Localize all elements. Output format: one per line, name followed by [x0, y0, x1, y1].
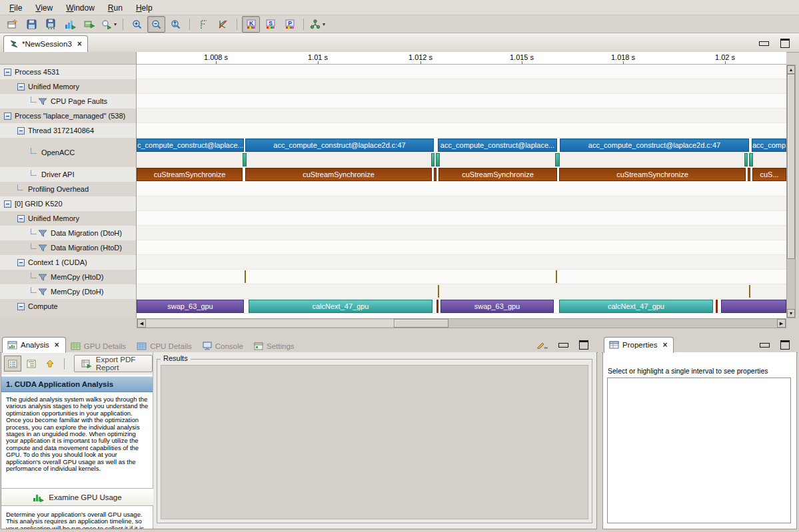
tree-row-profiling-overhead[interactable]: Profiling Overhead — [0, 182, 137, 196]
vscroll-thumb[interactable] — [787, 74, 795, 259]
tree-row-data-migration-dtoh[interactable]: Data Migration (DtoH) — [0, 226, 137, 240]
openacc-interval[interactable]: acc_compute_construct@laplace2d.c:47 — [245, 138, 434, 152]
save-session-button[interactable] — [23, 16, 41, 33]
memcpy-dtoh-interval[interactable] — [438, 285, 439, 298]
openacc-marker[interactable] — [436, 153, 440, 166]
show-details-button[interactable] — [81, 16, 99, 33]
tree-view-button[interactable]: ▾ — [309, 16, 327, 33]
tab-console[interactable]: Console — [198, 339, 249, 352]
tree-row-driver-api[interactable]: Driver API — [0, 167, 137, 182]
examine-gpu-usage-button[interactable]: Examine GPU Usage — [1, 488, 153, 506]
minimize-icon[interactable] — [760, 343, 770, 348]
openacc-marker[interactable] — [243, 153, 247, 166]
memcpy-dtoh-interval[interactable] — [749, 285, 750, 298]
save-all-button[interactable] — [42, 16, 60, 33]
scroll-down-icon[interactable]: ▼ — [787, 309, 795, 318]
zoom-in-button[interactable] — [128, 16, 146, 33]
tree-row-cpu-page-faults[interactable]: CPU Page Faults — [0, 94, 137, 109]
tab-properties[interactable]: Properties × — [604, 337, 674, 353]
run-analysis-button[interactable]: ▾ — [100, 16, 118, 33]
driver-api-interval[interactable] — [748, 168, 750, 181]
scroll-left-icon[interactable]: ◀ — [137, 319, 146, 328]
timeline-canvas[interactable]: c_compute_construct@laplace...acc_comput… — [137, 65, 786, 318]
color-by-kernel-button[interactable]: K — [242, 16, 260, 33]
collapse-icon[interactable] — [17, 259, 25, 266]
horizontal-scrollbar[interactable]: ◀ ▶ — [137, 318, 786, 328]
driver-api-interval[interactable]: cuStreamSynchronize — [438, 168, 557, 181]
menu-window[interactable]: Window — [59, 1, 101, 14]
compute-kernel-interval[interactable]: swap_63_gpu — [440, 300, 554, 313]
show-timeline-button[interactable] — [61, 16, 79, 33]
collapse-icon[interactable] — [4, 69, 11, 76]
tab-cpu-details[interactable]: CPU Details — [132, 340, 198, 352]
openacc-interval[interactable]: acc_compute_construct@laplace2d.c:47 — [560, 138, 749, 152]
driver-api-interval[interactable]: cuStreamSynchronize — [559, 168, 746, 181]
close-icon[interactable]: × — [77, 39, 82, 49]
tree-row-0-grid-k520[interactable]: [0] GRID K520 — [0, 196, 137, 211]
tab-newsession[interactable]: *NewSession3 × — [3, 35, 88, 52]
compute-kernel-interval[interactable] — [716, 300, 718, 313]
scroll-right-icon[interactable]: ▶ — [777, 319, 786, 328]
tab-settings[interactable]: Settings — [249, 340, 301, 352]
close-icon[interactable]: × — [662, 340, 667, 350]
zoom-fit-button[interactable] — [167, 16, 185, 33]
openacc-interval[interactable]: acc_comp... — [752, 138, 786, 152]
openacc-interval[interactable]: c_compute_construct@laplace... — [137, 138, 244, 152]
memcpy-htod-interval[interactable] — [245, 270, 246, 283]
new-session-button[interactable] — [3, 16, 21, 33]
openacc-marker[interactable] — [749, 153, 753, 166]
export-pdf-button[interactable]: Export PDF Report — [74, 355, 153, 372]
timeline-ruler[interactable]: 1.008 s1.01 s1.012 s1.015 s1.018 s1.02 s — [137, 52, 786, 65]
collapse-icon[interactable] — [17, 83, 25, 91]
vertical-scrollbar[interactable]: ▲ ▼ — [786, 65, 796, 318]
compute-kernel-interval[interactable] — [436, 300, 438, 313]
driver-api-interval[interactable]: cuS... — [752, 168, 786, 181]
close-icon[interactable]: × — [55, 340, 59, 350]
tree-row-data-migration-htod[interactable]: Data Migration (HtoD) — [0, 240, 137, 255]
collapse-icon[interactable] — [4, 113, 11, 120]
tree-row-compute[interactable]: Compute — [0, 299, 137, 314]
tree-row-unified-memory[interactable]: Unified Memory — [0, 79, 137, 94]
minimize-icon[interactable] — [558, 343, 568, 348]
openacc-marker[interactable] — [431, 153, 434, 166]
unguided-analysis-button[interactable] — [23, 356, 40, 372]
maximize-icon[interactable] — [780, 39, 790, 48]
tree-row-thread-3172140864[interactable]: Thread 3172140864 — [0, 123, 137, 138]
tree-row-openacc[interactable]: OpenACC — [0, 138, 137, 167]
menu-run[interactable]: Run — [101, 1, 129, 14]
driver-api-interval[interactable]: cuStreamSynchronize — [245, 168, 432, 181]
memcpy-htod-interval[interactable] — [556, 270, 557, 283]
minimize-icon[interactable] — [759, 41, 769, 46]
clear-marker-button[interactable] — [214, 16, 232, 33]
openacc-interval[interactable]: acc_compute_construct@laplace... — [438, 138, 557, 152]
openacc-marker[interactable] — [744, 153, 748, 166]
maximize-icon[interactable] — [579, 340, 588, 350]
tab-analysis[interactable]: Analysis× — [2, 337, 66, 353]
back-stage-button[interactable] — [41, 356, 59, 372]
menu-file[interactable]: File — [3, 1, 29, 14]
tree-row-unified-memory[interactable]: Unified Memory — [0, 211, 137, 226]
color-by-stream-button[interactable]: S — [261, 16, 279, 33]
driver-api-interval[interactable] — [434, 168, 436, 181]
menu-help[interactable]: Help — [129, 1, 159, 14]
tree-row-context-1-cuda[interactable]: Context 1 (CUDA) — [0, 255, 137, 270]
driver-api-interval[interactable]: cuStreamSynchronize — [137, 168, 243, 181]
compute-kernel-interval[interactable]: calcNext_47_gpu — [249, 300, 432, 313]
hscroll-thumb[interactable] — [394, 319, 448, 328]
tab-gpu-details[interactable]: GPU Details — [66, 340, 132, 352]
openacc-marker[interactable] — [555, 153, 560, 166]
guided-analysis-button[interactable] — [4, 356, 21, 372]
tree-row-memcpy-htod[interactable]: MemCpy (HtoD) — [0, 270, 137, 284]
zoom-out-button[interactable] — [147, 16, 165, 33]
tree-row-process-4531[interactable]: Process 4531 — [0, 65, 137, 79]
tree-row-memcpy-dtoh[interactable]: MemCpy (DtoH) — [0, 284, 137, 299]
collapse-icon[interactable] — [17, 215, 25, 222]
mark-timeline-button[interactable] — [195, 16, 213, 33]
collapse-icon[interactable] — [17, 127, 25, 134]
compute-kernel-interval[interactable] — [721, 300, 786, 313]
color-by-process-button[interactable]: P — [281, 16, 299, 33]
collapse-icon[interactable] — [17, 303, 25, 310]
menu-view[interactable]: View — [29, 1, 59, 14]
scroll-up-icon[interactable]: ▲ — [787, 65, 795, 74]
tree-row-process-laplace-managed-538[interactable]: Process "laplace_managed" (538) — [0, 109, 137, 123]
